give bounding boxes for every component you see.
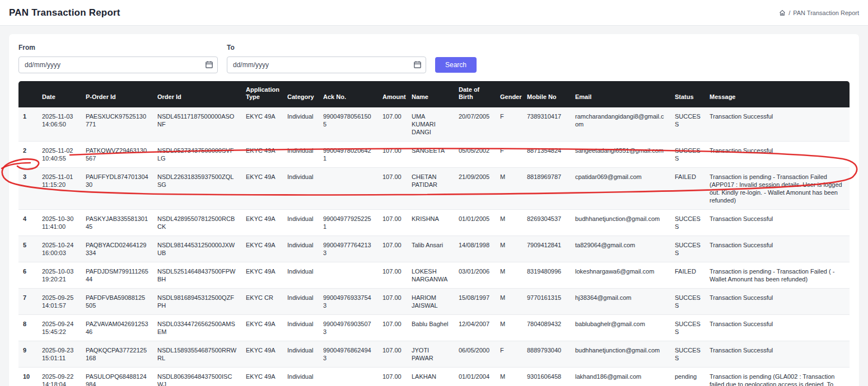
column-header-category: Category — [283, 81, 319, 107]
cell-p_order_id: PASULOPQ68488124984 — [81, 368, 153, 386]
table-row: 42025-10-30 11:41:00PASKYJAB33558130145N… — [18, 210, 850, 236]
cell-p_order_id: PAFDFVBA59088125505 — [81, 289, 153, 315]
search-button[interactable]: Search — [435, 57, 477, 73]
cell-application_type: EKYC 49A — [241, 210, 283, 236]
to-label: To — [227, 44, 426, 51]
cell-mobile_no: 8319480996 — [522, 262, 571, 289]
cell-gender: M — [496, 289, 522, 315]
cell-p_order_id: PAFDJDSM79911126544 — [81, 262, 153, 289]
cell-name: JYOTI PAWAR — [407, 341, 454, 368]
cell-p_order_id: PAQKQCPA37722125168 — [81, 341, 153, 368]
cell-amount: 107.00 — [378, 107, 407, 142]
cell-gender: M — [496, 168, 522, 210]
page-title: PAN Transaction Report — [9, 7, 120, 18]
cell-amount: 107.00 — [378, 289, 407, 315]
cell-sr: 9 — [18, 341, 38, 368]
cell-email: cpatidar069@gmail.com — [571, 168, 670, 210]
cell-gender: M — [496, 368, 522, 386]
transaction-table: DateP-Order IdOrder IdApplication TypeCa… — [18, 81, 850, 386]
cell-message: Transaction Successful — [705, 107, 850, 142]
cell-name: LOKESH NARGANWA — [407, 262, 454, 289]
cell-sr: 3 — [18, 168, 38, 210]
cell-sr: 1 — [18, 107, 38, 142]
cell-category: Individual — [283, 289, 319, 315]
cell-date: 2025-09-25 14:01:57 — [38, 289, 81, 315]
cell-email: hj38364@gmail.com — [571, 289, 670, 315]
cell-amount: 107.00 — [378, 210, 407, 236]
cell-email: bablubaghelr@gmail.com — [571, 315, 670, 341]
cell-name: UMA KUMARI DANGI — [407, 107, 454, 142]
cell-application_type: EKYC 49A — [241, 107, 283, 142]
cell-p_order_id: PAESXUCK97525130771 — [81, 107, 153, 142]
column-header-message: Message — [705, 81, 850, 107]
cell-dob: 01/01/2005 — [454, 210, 496, 236]
to-date-group: To — [227, 44, 426, 73]
cell-date: 2025-10-03 19:20:21 — [38, 262, 81, 289]
cell-order_id: NSDL80639648437500ISCWJ — [153, 368, 241, 386]
cell-category: Individual — [283, 368, 319, 386]
cell-sr: 8 — [18, 315, 38, 341]
table-header: DateP-Order IdOrder IdApplication TypeCa… — [18, 81, 850, 107]
cell-gender: F — [496, 341, 522, 368]
cell-order_id: NSDL15893554687500RRWRL — [153, 341, 241, 368]
cell-order_id: NSDL22631835937500ZQLSG — [153, 168, 241, 210]
cell-p_order_id: PAUFFYDL87470130430 — [81, 168, 153, 210]
cell-gender: M — [496, 236, 522, 262]
cell-order_id: NSDL42895507812500RCBCK — [153, 210, 241, 236]
column-header-ack_no: Ack No. — [319, 81, 378, 107]
cell-gender: M — [496, 262, 522, 289]
table-row: 62025-10-03 19:20:21PAFDJDSM79911126544N… — [18, 262, 850, 289]
cell-sr: 4 — [18, 210, 38, 236]
cell-dob: 15/08/1997 — [454, 289, 496, 315]
cell-category: Individual — [283, 262, 319, 289]
cell-status: SUCCESS — [670, 107, 705, 142]
to-date-input[interactable] — [227, 57, 426, 73]
cell-dob: 21/09/2005 — [454, 168, 496, 210]
cell-dob: 01/01/2004 — [454, 368, 496, 386]
table-row: 32025-11-01 11:15:20PAUFFYDL87470130430N… — [18, 168, 850, 210]
cell-dob: 12/04/2007 — [454, 315, 496, 341]
cell-sr: 7 — [18, 289, 38, 315]
column-header-status: Status — [670, 81, 705, 107]
cell-gender: F — [496, 142, 522, 168]
cell-order_id: NSDL05273437500000SVFLG — [153, 142, 241, 168]
table-row: 52025-10-24 16:00:03PAQBYACD02464129334N… — [18, 236, 850, 262]
cell-email: budhhanetjunction@gmail.com — [571, 341, 670, 368]
cell-message: Transaction is pending (GLA002 : Transac… — [705, 368, 850, 386]
cell-status: SUCCESS — [670, 210, 705, 236]
home-icon[interactable] — [779, 10, 786, 16]
cell-application_type: EKYC 49A — [241, 368, 283, 386]
cell-category: Individual — [283, 142, 319, 168]
cell-message: Transaction Successful — [705, 315, 850, 341]
cell-order_id: NSDL45117187500000ASONF — [153, 107, 241, 142]
cell-name: CHETAN PATIDAR — [407, 168, 454, 210]
report-card: From To — [9, 34, 859, 386]
column-header-order_id: Order Id — [153, 81, 241, 107]
cell-order_id: NSDL52514648437500FPWBH — [153, 262, 241, 289]
cell-category: Individual — [283, 236, 319, 262]
cell-email: sangeetadangi6551@gmail.com — [571, 142, 670, 168]
cell-application_type: EKYC 49A — [241, 168, 283, 210]
breadcrumb: / PAN Transaction Report — [779, 10, 859, 16]
cell-dob: 14/08/1998 — [454, 236, 496, 262]
from-date-input[interactable] — [18, 57, 218, 73]
cell-dob: 05/05/2002 — [454, 142, 496, 168]
cell-amount: 107.00 — [378, 368, 407, 386]
cell-gender: M — [496, 315, 522, 341]
cell-application_type: EKYC 49A — [241, 262, 283, 289]
cell-mobile_no: 8269304537 — [522, 210, 571, 236]
cell-status: pending — [670, 368, 705, 386]
cell-ack_no: 990049779252251 — [319, 210, 378, 236]
cell-name: KRISHNA — [407, 210, 454, 236]
column-header-name: Name — [407, 81, 454, 107]
cell-category: Individual — [283, 341, 319, 368]
cell-message: Transaction Successful — [705, 210, 850, 236]
column-header-p_order_id: P-Order Id — [81, 81, 153, 107]
breadcrumb-current[interactable]: PAN Transaction Report — [793, 10, 859, 16]
cell-message: Transaction is pending - Transaction Fai… — [705, 168, 850, 210]
cell-status: FAILED — [670, 262, 705, 289]
cell-order_id: NSDL98168945312500QZFPH — [153, 289, 241, 315]
cell-email: ramcharandangidangi8@gmail.com — [571, 107, 670, 142]
cell-gender: M — [496, 210, 522, 236]
cell-p_order_id: PATKQWVZ29463130567 — [81, 142, 153, 168]
